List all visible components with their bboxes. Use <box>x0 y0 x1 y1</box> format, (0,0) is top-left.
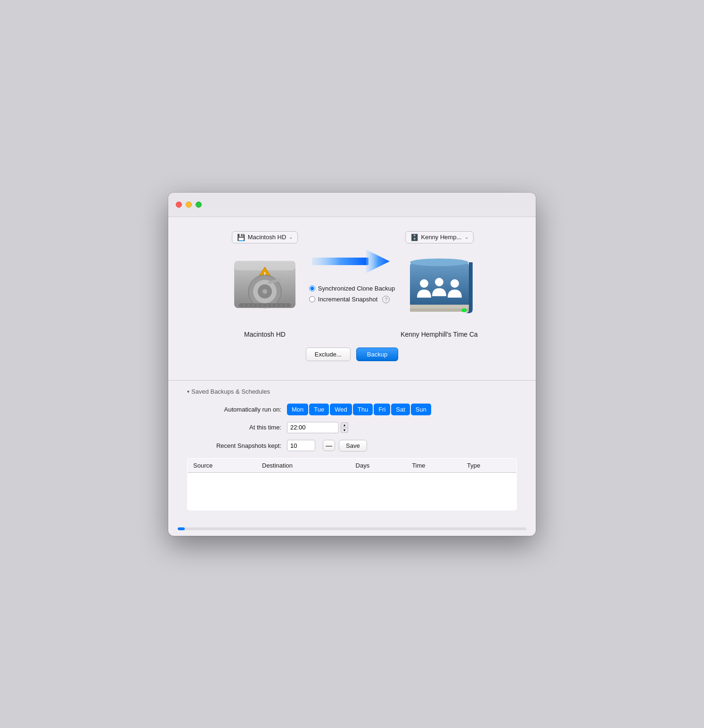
destination-selector[interactable]: 🗄️ Kenny Hemp... ⌄ <box>405 231 474 243</box>
auto-run-label: Automatically run on: <box>187 406 281 413</box>
time-decrement-button[interactable]: ▼ <box>341 428 348 433</box>
day-btn-tue[interactable]: Tue <box>309 404 329 415</box>
table-header-row: Source Destination Days Time Type <box>188 458 517 472</box>
snapshots-controls: — Save <box>287 440 367 452</box>
exclude-button[interactable]: Exclude... <box>306 348 351 361</box>
traffic-lights <box>176 202 202 208</box>
destination-drive-block: 🗄️ Kenny Hemp... ⌄ <box>399 231 479 338</box>
source-selector-label: Macintosh HD <box>248 234 287 241</box>
time-increment-button[interactable]: ▲ <box>341 422 348 428</box>
network-drive-svg <box>403 253 476 321</box>
backup-setup: 💾 Macintosh HD ⌄ <box>187 231 517 338</box>
table-empty-cell <box>188 472 517 510</box>
source-selector[interactable]: 💾 Macintosh HD ⌄ <box>232 231 298 243</box>
main-content: 💾 Macintosh HD ⌄ <box>168 217 536 375</box>
day-btn-wed[interactable]: Wed <box>330 404 352 415</box>
snapshots-input[interactable] <box>287 440 315 451</box>
svg-point-8 <box>262 289 267 294</box>
source-drive-image: ! <box>225 248 305 326</box>
sync-clone-label: Synchronized Clone Backup <box>318 285 395 292</box>
time-label: At this time: <box>187 424 281 431</box>
svg-marker-22 <box>366 250 390 273</box>
day-btn-mon[interactable]: Mon <box>287 404 308 415</box>
hd-disk-svg: ! <box>229 254 300 320</box>
time-stepper: ▲ ▼ <box>341 422 348 433</box>
svg-rect-26 <box>410 308 469 312</box>
destination-selector-label: Kenny Hemp... <box>421 234 462 241</box>
svg-point-28 <box>463 309 466 311</box>
arrow-area: Synchronized Clone Backup Incremental Sn… <box>305 247 399 303</box>
titlebar <box>168 193 536 217</box>
bottom-section: ▾ Saved Backups & Schedules Automaticall… <box>168 380 536 522</box>
sync-clone-option[interactable]: Synchronized Clone Backup <box>309 285 395 292</box>
section-chevron-icon: ▾ <box>187 389 189 394</box>
day-buttons: MonTueWedThuFriSatSun <box>287 404 431 415</box>
section-header[interactable]: ▾ Saved Backups & Schedules <box>187 388 517 395</box>
svg-point-29 <box>420 279 428 288</box>
svg-point-24 <box>410 259 468 266</box>
col-source: Source <box>188 458 257 472</box>
source-chevron-icon: ⌄ <box>289 235 293 240</box>
destination-disk-icon: 🗄️ <box>410 234 418 241</box>
svg-point-30 <box>435 278 443 286</box>
main-window: 💾 Macintosh HD ⌄ <box>168 193 536 536</box>
minus-button[interactable]: — <box>323 440 335 451</box>
col-time: Time <box>406 458 461 472</box>
progress-fill <box>178 527 185 530</box>
help-icon[interactable]: ? <box>382 296 390 303</box>
day-btn-sun[interactable]: Sun <box>411 404 431 415</box>
arrow-svg <box>312 247 392 275</box>
minimize-button[interactable] <box>186 202 192 208</box>
day-btn-thu[interactable]: Thu <box>353 404 373 415</box>
svg-rect-10 <box>239 303 291 307</box>
source-disk-icon: 💾 <box>237 234 245 241</box>
sync-clone-radio[interactable] <box>309 285 315 291</box>
section-header-label: Saved Backups & Schedules <box>191 388 270 395</box>
auto-run-row: Automatically run on: MonTueWedThuFriSat… <box>187 404 517 415</box>
time-row: At this time: ▲ ▼ <box>187 422 517 433</box>
destination-chevron-icon: ⌄ <box>465 235 468 240</box>
backup-arrow <box>312 247 392 275</box>
close-button[interactable] <box>176 202 182 208</box>
snapshots-label: Recent Snapshots kept: <box>187 442 281 449</box>
time-input[interactable] <box>287 422 339 433</box>
svg-point-31 <box>450 279 459 288</box>
incremental-radio[interactable] <box>309 296 315 302</box>
col-destination: Destination <box>256 458 350 472</box>
day-btn-fri[interactable]: Fri <box>374 404 390 415</box>
backup-table: Source Destination Days Time Type <box>187 458 517 510</box>
save-button[interactable]: Save <box>339 440 367 452</box>
progress-area <box>168 522 536 536</box>
col-days: Days <box>350 458 407 472</box>
snapshots-row: Recent Snapshots kept: — Save <box>187 440 517 452</box>
backup-options: Synchronized Clone Backup Incremental Sn… <box>309 285 395 303</box>
svg-rect-21 <box>312 258 368 265</box>
day-btn-sat[interactable]: Sat <box>391 404 410 415</box>
incremental-option[interactable]: Incremental Snapshot ? <box>309 296 390 303</box>
table-empty-row <box>188 472 517 510</box>
destination-drive-label: Kenny Hemphill's Time Ca <box>401 331 478 338</box>
maximize-button[interactable] <box>196 202 202 208</box>
source-drive-label: Macintosh HD <box>244 331 286 338</box>
time-input-wrapper: ▲ ▼ <box>287 422 348 433</box>
backup-button[interactable]: Backup <box>356 348 398 361</box>
col-type: Type <box>461 458 517 472</box>
source-drive-block: 💾 Macintosh HD ⌄ <box>225 231 305 338</box>
destination-drive-image <box>399 248 479 326</box>
incremental-label: Incremental Snapshot <box>318 296 377 303</box>
buttons-row: Exclude... Backup <box>187 348 517 361</box>
progress-track <box>178 527 526 530</box>
